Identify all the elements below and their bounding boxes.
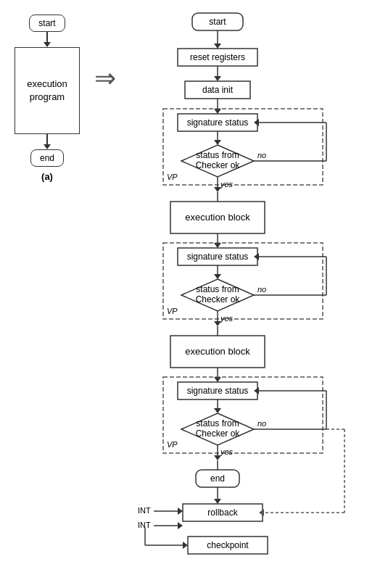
int-label-1: INT (138, 506, 151, 515)
exec-block-2-label: execution block (185, 346, 250, 357)
sig-status-1-label: signature status (187, 117, 249, 128)
left-start-box: start (29, 15, 65, 32)
vp-label-3: VP (167, 440, 178, 449)
svg-marker-42 (214, 408, 221, 413)
checkpoint-label: checkpoint (207, 540, 249, 550)
svg-marker-2 (214, 44, 221, 49)
svg-marker-55 (178, 508, 183, 515)
no-label-1: no (257, 151, 266, 160)
svg-marker-5 (214, 76, 221, 81)
checker-3-text1: status from (196, 418, 239, 428)
yes-label-2: yes (220, 314, 234, 323)
left-end-label: end (40, 153, 54, 163)
reset-registers-label: reset registers (190, 52, 245, 62)
svg-marker-23 (214, 243, 221, 248)
svg-marker-30 (214, 321, 221, 326)
svg-marker-45 (214, 455, 221, 460)
left-arrow2 (44, 134, 51, 149)
checker-3-text2: Checker ok (196, 428, 241, 439)
left-arrow1 (44, 32, 51, 47)
svg-marker-57 (178, 522, 183, 529)
big-arrow-icon: ⇒ (94, 65, 116, 91)
svg-marker-27 (214, 274, 221, 279)
left-start-label: start (38, 18, 55, 28)
yes-label-3: yes (220, 447, 234, 456)
big-arrow-panel: ⇒ (87, 65, 123, 91)
data-init-label: data init (202, 85, 234, 95)
sig-status-3-label: signature status (187, 386, 249, 396)
svg-marker-53 (214, 499, 221, 504)
vp-label-1: VP (167, 173, 178, 181)
exec-program-box: executionprogram (15, 47, 80, 134)
checker-2-text2: Checker ok (196, 294, 241, 305)
exec-block-1-label: execution block (185, 212, 250, 223)
checker-2-text1: status from (196, 284, 239, 294)
svg-marker-12 (214, 140, 221, 145)
checker-1-text1: status from (196, 150, 239, 160)
sig-status-2-label: signature status (187, 252, 249, 262)
no-label-3: no (257, 419, 266, 428)
svg-marker-15 (214, 187, 221, 192)
right-end-label: end (210, 473, 225, 484)
no-label-2: no (257, 285, 266, 294)
checker-1-text2: Checker ok (196, 160, 241, 170)
rollback-label: rollback (207, 508, 238, 518)
svg-marker-61 (183, 542, 188, 549)
svg-marker-38 (214, 377, 221, 382)
flowchart-svg: start reset registers data init signatur… (123, 7, 363, 580)
svg-marker-8 (214, 109, 221, 114)
right-start-label: start (209, 17, 226, 27)
left-end-box: end (30, 149, 64, 167)
left-panel: start executionprogram end (a) (7, 15, 87, 182)
right-panel: start reset registers data init signatur… (123, 7, 370, 582)
exec-program-label: executionprogram (27, 78, 67, 104)
left-section-label: (a) (41, 171, 53, 182)
yes-label-1: yes (220, 180, 234, 189)
int-label-2: INT (138, 521, 151, 529)
vp-label-2: VP (167, 307, 178, 315)
